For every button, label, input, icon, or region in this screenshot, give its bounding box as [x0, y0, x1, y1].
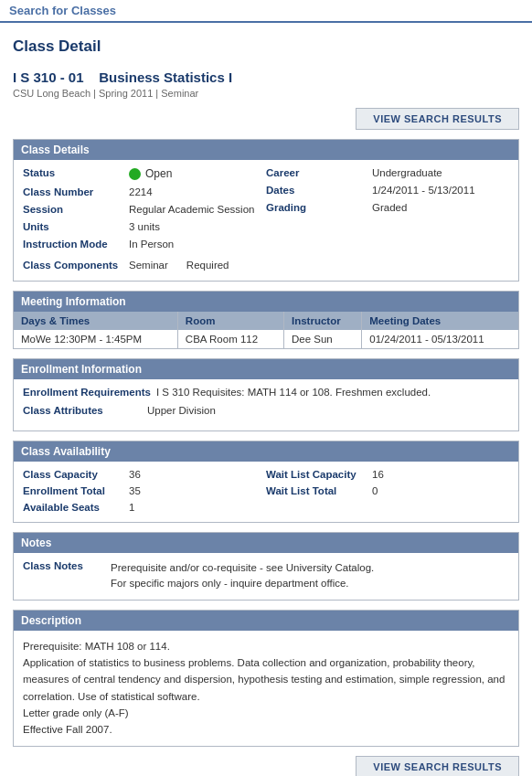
course-name: Business Statistics I: [99, 69, 232, 85]
view-search-results-top-button[interactable]: View Search Results: [356, 108, 519, 130]
class-number-label: Class Number: [23, 186, 123, 197]
course-subtitle: CSU Long Beach | Spring 2011 | Seminar: [13, 88, 519, 99]
detail-left-col: Status Open Class Number 2214 Session Re…: [23, 167, 266, 273]
available-seats-row: Available Seats 1: [23, 502, 266, 513]
session-value: Regular Academic Session: [129, 204, 254, 215]
meeting-table-header-row: Days & Times Room Instructor Meeting Dat…: [14, 312, 518, 330]
career-row: Career Undergraduate: [266, 167, 509, 178]
meeting-cell-room: CBA Room 112: [177, 330, 283, 348]
class-components-label: Class Components: [23, 260, 123, 271]
meeting-info-body: Days & Times Room Instructor Meeting Dat…: [14, 312, 518, 348]
status-label: Status: [23, 167, 123, 178]
avail-right-col: Wait List Capacity 16 Wait List Total 0: [266, 469, 509, 515]
open-status-icon: [129, 168, 141, 180]
status-value: Open: [145, 167, 172, 180]
wait-list-total-label: Wait List Total: [266, 485, 367, 496]
wait-list-capacity-value: 16: [372, 469, 384, 480]
class-details-body: Status Open Class Number 2214 Session Re…: [14, 160, 518, 281]
class-capacity-row: Class Capacity 36: [23, 469, 266, 480]
meeting-table-row: MoWe 12:30PM - 1:45PMCBA Room 112Dee Sun…: [14, 330, 518, 348]
detail-right-col: Career Undergraduate Dates 1/24/2011 - 5…: [266, 167, 509, 273]
class-number-value: 2214: [129, 186, 153, 197]
component-required: Required: [186, 260, 229, 271]
notes-section: Notes Class Notes Prerequisite and/or co…: [13, 532, 519, 601]
class-number-row: Class Number 2214: [23, 186, 266, 197]
col-days-times: Days & Times: [14, 312, 177, 330]
avail-left-col: Class Capacity 36 Enrollment Total 35 Av…: [23, 469, 266, 515]
enrollment-info-body: Enrollment Requirements I S 310 Requisit…: [14, 379, 518, 431]
instruction-mode-label: Instruction Mode: [23, 239, 123, 250]
meeting-table: Days & Times Room Instructor Meeting Dat…: [14, 312, 518, 348]
col-room: Room: [177, 312, 283, 330]
instruction-mode-row: Instruction Mode In Person: [23, 239, 266, 250]
page-title: Class Detail: [13, 37, 519, 56]
enrollment-total-label: Enrollment Total: [23, 485, 123, 496]
units-value: 3 units: [129, 221, 160, 232]
description-line-0: Prerequisite: MATH 108 or 114.: [23, 641, 170, 652]
available-seats-value: 1: [129, 502, 134, 513]
class-notes-label: Class Notes: [23, 560, 105, 571]
status-value-wrapper: Open: [129, 167, 172, 180]
available-seats-label: Available Seats: [23, 502, 123, 513]
description-line-1: Application of statistics to business pr…: [23, 657, 505, 702]
description-body: Prerequisite: MATH 108 or 114.Applicatio…: [14, 631, 518, 746]
enrollment-info-header: Enrollment Information: [14, 359, 518, 379]
meeting-cell-days_times: MoWe 12:30PM - 1:45PM: [14, 330, 177, 348]
class-capacity-label: Class Capacity: [23, 469, 123, 480]
bottom-view-search-row: View Search Results: [13, 756, 519, 776]
units-row: Units 3 units: [23, 221, 266, 232]
class-availability-body: Class Capacity 36 Enrollment Total 35 Av…: [14, 462, 518, 522]
session-row: Session Regular Academic Session: [23, 204, 266, 215]
description-header: Description: [14, 611, 518, 631]
class-details-header: Class Details: [14, 140, 518, 160]
availability-grid: Class Capacity 36 Enrollment Total 35 Av…: [23, 469, 509, 515]
enrollment-total-value: 35: [129, 485, 141, 496]
description-text: Prerequisite: MATH 108 or 114.Applicatio…: [23, 638, 509, 739]
meeting-info-header: Meeting Information: [14, 292, 518, 312]
description-line-2: Letter grade only (A-F): [23, 707, 129, 718]
dates-value: 1/24/2011 - 5/13/2011: [372, 185, 475, 196]
page-header: Search for Classes: [0, 0, 532, 23]
grading-value: Graded: [372, 202, 407, 213]
course-title: I S 310 - 01 Business Statistics I: [13, 69, 519, 85]
enrollment-requirements-row: Enrollment Requirements I S 310 Requisit…: [23, 387, 509, 398]
class-capacity-value: 36: [129, 469, 141, 480]
description-section: Description Prerequisite: MATH 108 or 11…: [13, 610, 519, 747]
class-attributes-value: Upper Division: [147, 405, 216, 416]
grading-row: Grading Graded: [266, 202, 509, 213]
class-attributes-label: Class Attributes: [23, 405, 142, 416]
notes-line2: For specific majors only - inquire depar…: [111, 578, 349, 589]
session-label: Session: [23, 204, 123, 215]
notes-line1: Prerequisite and/or co-requisite - see U…: [111, 562, 374, 573]
meeting-cell-meeting_dates: 01/24/2011 - 05/13/2011: [362, 330, 518, 348]
col-meeting-dates: Meeting Dates: [362, 312, 518, 330]
meeting-cell-instructor: Dee Sun: [284, 330, 362, 348]
description-line-3: Effective Fall 2007.: [23, 724, 112, 735]
view-search-results-bottom-button[interactable]: View Search Results: [356, 756, 519, 776]
class-components-value-row: Seminar Required: [129, 260, 229, 271]
wait-list-capacity-label: Wait List Capacity: [266, 469, 367, 480]
notes-header: Notes: [14, 533, 518, 553]
class-attributes-row: Class Attributes Upper Division: [23, 405, 509, 416]
instruction-mode-value: In Person: [129, 239, 174, 250]
class-availability-header: Class Availability: [14, 441, 518, 462]
page-header-title: Search for Classes: [9, 4, 116, 17]
wait-list-total-value: 0: [372, 485, 378, 496]
meeting-info-section: Meeting Information Days & Times Room In…: [13, 291, 519, 349]
class-detail-heading-section: Class Detail: [13, 30, 519, 64]
grading-label: Grading: [266, 202, 367, 213]
status-row: Status Open: [23, 167, 266, 180]
class-notes-row: Class Notes Prerequisite and/or co-requi…: [23, 560, 509, 592]
component-type: Seminar: [129, 260, 168, 271]
wait-list-capacity-row: Wait List Capacity 16: [266, 469, 509, 480]
notes-body: Class Notes Prerequisite and/or co-requi…: [14, 553, 518, 600]
class-notes-value: Prerequisite and/or co-requisite - see U…: [111, 560, 374, 592]
course-code: I S 310 - 01: [13, 69, 84, 85]
enrollment-requirements-value: I S 310 Requisites: MATH 114 or 108. Fre…: [156, 387, 431, 398]
dates-row: Dates 1/24/2011 - 5/13/2011: [266, 185, 509, 196]
career-label: Career: [266, 167, 367, 178]
class-details-section: Class Details Status Open Class Number 2…: [13, 139, 519, 282]
enrollment-total-row: Enrollment Total 35: [23, 485, 266, 496]
career-value: Undergraduate: [372, 167, 442, 178]
col-instructor: Instructor: [284, 312, 362, 330]
